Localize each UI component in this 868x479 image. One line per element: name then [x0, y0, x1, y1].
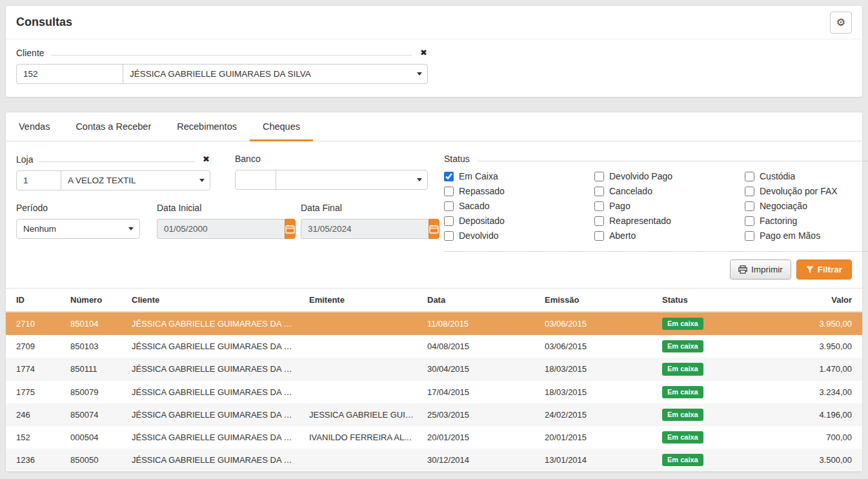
- column-header-valor: Valor: [773, 289, 862, 312]
- periodo-group: Período Nenhum: [16, 203, 140, 239]
- cell-emitente: IVANILDO FERREIRA ALVES FI…: [303, 426, 421, 449]
- checkbox-input[interactable]: [745, 216, 754, 226]
- cell-emitente: [303, 312, 421, 335]
- data-final-calendar-button[interactable]: [429, 219, 439, 239]
- status-checkbox-reapresentado[interactable]: Reapresentado: [594, 216, 745, 226]
- loja-code-input[interactable]: [16, 170, 61, 190]
- checkbox-input[interactable]: [444, 187, 454, 196]
- table-row[interactable]: 2709 850103 JÉSSICA GABRIELLE GUIMARAES …: [6, 335, 862, 358]
- column-header-id: ID: [6, 289, 64, 312]
- column-header-numero: Número: [64, 289, 125, 312]
- actions-row: Imprimir Filtrar: [6, 252, 862, 288]
- cell-status: Em caixa: [656, 358, 773, 380]
- status-badge: Em caixa: [662, 454, 703, 466]
- results-panel: Vendas Contas a Receber Recebimentos Che…: [5, 112, 863, 472]
- cell-id: 246: [6, 403, 64, 426]
- cell-id: 152: [6, 426, 64, 449]
- settings-button[interactable]: ⚙: [830, 12, 852, 34]
- imprimir-button[interactable]: Imprimir: [730, 260, 791, 280]
- data-inicial-input: [157, 219, 285, 239]
- cell-numero: 850111: [64, 358, 125, 380]
- table-row[interactable]: 1774 850111 JÉSSICA GABRIELLE GUIMARAES …: [6, 358, 862, 380]
- status-checkbox-depositado[interactable]: Depositado: [444, 216, 594, 226]
- checkbox-label: Pago em Mãos: [760, 230, 820, 241]
- checkbox-input[interactable]: [594, 201, 604, 211]
- divider: [478, 161, 868, 161]
- periodo-label: Período: [16, 203, 140, 213]
- checkbox-input[interactable]: [745, 172, 754, 181]
- status-badge: Em caixa: [662, 431, 703, 443]
- loja-group-header: Loja ✖: [16, 154, 211, 165]
- status-badge: Em caixa: [662, 340, 703, 352]
- tab-recebimentos[interactable]: Recebimentos: [164, 112, 250, 141]
- checkbox-input[interactable]: [444, 231, 454, 241]
- status-checkbox-repassado[interactable]: Repassado: [444, 186, 594, 196]
- loja-select[interactable]: A VELOZ TEXTIL: [61, 170, 210, 190]
- checkbox-input[interactable]: [594, 172, 604, 181]
- status-checkbox-cancelado[interactable]: Cancelado: [594, 186, 745, 196]
- status-column-3: Custódia Devolução por FAX Negociação Fa…: [745, 171, 868, 241]
- tab-vendas[interactable]: Vendas: [6, 112, 63, 141]
- cell-valor: 4.196,00: [773, 403, 862, 426]
- client-code-input[interactable]: [16, 64, 123, 84]
- status-checkbox-pago[interactable]: Pago: [594, 201, 745, 211]
- status-checkbox-devolucao-por-fax[interactable]: Devolução por FAX: [745, 186, 868, 196]
- tab-cheques[interactable]: Cheques: [250, 112, 313, 141]
- loja-clear-button[interactable]: ✖: [201, 154, 211, 165]
- table-row[interactable]: 2710 850104 JÉSSICA GABRIELLE GUIMARAES …: [6, 312, 862, 335]
- filtrar-button[interactable]: Filtrar: [796, 260, 852, 280]
- table-row[interactable]: 1775 850079 JÉSSICA GABRIELLE GUIMARAES …: [6, 381, 862, 403]
- client-select[interactable]: JÉSSICA GABRIELLE GUIMARAES DA SILVA: [123, 64, 428, 84]
- table-row[interactable]: 246 850074 JÉSSICA GABRIELLE GUIMARAES D…: [6, 403, 862, 426]
- cell-emissao: 18/03/2015: [538, 381, 656, 403]
- status-checkbox-sacado[interactable]: Sacado: [444, 201, 594, 211]
- cheques-table: ID Número Cliente Emitente Data Emissão …: [6, 288, 862, 471]
- cell-data: 04/08/2015: [421, 335, 538, 358]
- status-checkbox-pago-em-maos[interactable]: Pago em Mãos: [745, 230, 868, 241]
- gear-icon: ⚙: [836, 16, 845, 28]
- loja-controls: A VELOZ TEXTIL: [16, 170, 211, 190]
- table-row[interactable]: 152 000504 JÉSSICA GABRIELLE GUIMARAES D…: [6, 426, 862, 449]
- cell-numero: 850074: [64, 403, 125, 426]
- client-clear-button[interactable]: ✖: [419, 47, 429, 58]
- filters-section: Loja ✖ A VELOZ TEXTIL: [6, 141, 862, 252]
- checkbox-input[interactable]: [444, 172, 454, 181]
- filters-row-1: Loja ✖ A VELOZ TEXTIL: [16, 154, 429, 190]
- checkbox-input[interactable]: [594, 187, 604, 196]
- cell-emitente: [303, 381, 421, 403]
- status-checkbox-negociacao[interactable]: Negociação: [745, 201, 868, 211]
- data-inicial-calendar-button[interactable]: [285, 219, 296, 239]
- cell-status: Em caixa: [656, 403, 773, 426]
- cell-cliente: JÉSSICA GABRIELLE GUIMARAES DA SILVA: [125, 358, 303, 380]
- close-icon: ✖: [420, 48, 427, 57]
- periodo-select[interactable]: Nenhum: [16, 219, 140, 239]
- tab-contas-a-receber[interactable]: Contas a Receber: [63, 112, 164, 141]
- status-checkbox-factoring[interactable]: Factoring: [745, 216, 868, 226]
- table-row[interactable]: 1236 850050 JÉSSICA GABRIELLE GUIMARAES …: [6, 449, 862, 471]
- checkbox-input[interactable]: [745, 187, 754, 196]
- banco-select[interactable]: [276, 170, 428, 190]
- checkbox-input[interactable]: [444, 216, 454, 226]
- data-final-group: Data Final: [301, 203, 428, 239]
- client-group-header: Cliente ✖: [16, 47, 429, 58]
- status-checkbox-custodia[interactable]: Custódia: [745, 171, 868, 181]
- page-title: Consultas: [16, 15, 72, 29]
- cell-numero: 850050: [64, 449, 125, 471]
- cell-status: Em caixa: [656, 381, 773, 403]
- status-checkbox-aberto[interactable]: Aberto: [594, 230, 745, 241]
- filtrar-label: Filtrar: [818, 265, 842, 274]
- status-checkbox-devolvido-pago[interactable]: Devolvido Pago: [594, 171, 745, 181]
- checkbox-input[interactable]: [594, 231, 604, 241]
- checkbox-input[interactable]: [444, 201, 454, 211]
- checkbox-input[interactable]: [594, 216, 604, 226]
- status-checkbox-devolvido[interactable]: Devolvido: [444, 230, 594, 241]
- cell-emitente: [303, 335, 421, 358]
- loja-select-wrap: A VELOZ TEXTIL: [61, 170, 211, 190]
- banco-code-input[interactable]: [235, 170, 276, 190]
- checkbox-input[interactable]: [745, 201, 754, 211]
- status-checkbox-em-caixa[interactable]: Em Caixa: [444, 171, 594, 181]
- cell-cliente: JÉSSICA GABRIELLE GUIMARAES DA SILVA: [125, 381, 303, 403]
- panel-header: Consultas ⚙: [6, 6, 862, 39]
- checkbox-label: Em Caixa: [459, 171, 498, 181]
- checkbox-input[interactable]: [745, 231, 754, 241]
